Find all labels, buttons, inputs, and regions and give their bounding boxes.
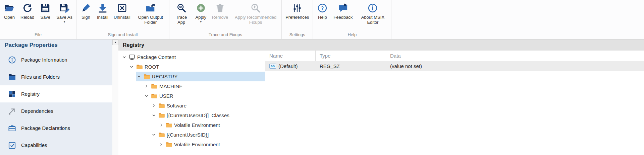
open-button-label: Open — [4, 15, 15, 20]
sidebar-scrollbar: ▲ — [112, 40, 118, 155]
open-output-folder-button-label: Open Output Folder — [136, 15, 165, 25]
package-information-icon — [8, 56, 16, 64]
preferences-icon — [292, 3, 302, 13]
folder-icon — [158, 112, 165, 119]
apply-icon — [196, 3, 206, 13]
registry-value-row-default[interactable]: ab (Default) REG_SZ (value not set) — [265, 61, 644, 71]
trace-app-button-label: Trace App — [173, 15, 190, 25]
sidebar-item-label: Package Information — [21, 57, 67, 63]
value-data: (value not set) — [386, 61, 644, 71]
apply-button[interactable]: Apply ▾ — [193, 1, 209, 32]
sidebar-item-package-information[interactable]: Package Information — [0, 51, 112, 68]
sign-button-label: Sign — [82, 15, 90, 20]
chevron-down-icon[interactable] — [151, 113, 156, 118]
uninstall-icon — [117, 3, 127, 13]
sidebar-item-files-and-folders[interactable]: Files and Folders — [0, 68, 112, 85]
sidebar-item-package-declarations[interactable]: Package Declarations — [0, 120, 112, 137]
help-button-label: Help — [318, 15, 327, 20]
folder-icon — [158, 102, 165, 109]
computer-icon — [129, 54, 135, 60]
tree-item-currentusersid[interactable]: [{CurrentUserSID}] — [118, 130, 265, 140]
install-button-label: Install — [97, 15, 108, 20]
reload-button-label: Reload — [20, 15, 34, 20]
sidebar-item-dependencies[interactable]: Dependencies — [0, 102, 112, 120]
feedback-icon — [338, 3, 348, 13]
chevron-right-icon[interactable] — [144, 84, 149, 89]
package-properties-sidebar: Package Properties Package Information F… — [0, 40, 112, 155]
sidebar-item-label: Package Declarations — [21, 125, 70, 131]
help-button[interactable]: ? Help — [314, 1, 331, 32]
capabilities-icon — [8, 141, 16, 149]
chevron-right-icon[interactable] — [159, 142, 164, 147]
sidebar-item-label: Capabilities — [21, 142, 47, 148]
ribbon-group-label-help: Help — [313, 32, 391, 39]
chevron-right-icon[interactable] — [159, 123, 164, 128]
tree-item-volatile-environment-1[interactable]: Volatile Environment — [118, 120, 265, 130]
apply-recommended-fixups-button-label: Apply Recommended Fixups — [233, 15, 278, 25]
ribbon-group-trace-and-fixups: Trace App Apply ▾ Remove — [169, 0, 282, 39]
install-icon — [98, 3, 108, 13]
chevron-down-icon[interactable] — [137, 74, 142, 79]
tree-item-volatile-environment-2[interactable]: Volatile Environment — [118, 140, 265, 149]
preferences-button-label: Preferences — [285, 15, 309, 20]
save-as-button[interactable]: Save As ▾ — [54, 1, 75, 32]
panel-title: Registry — [118, 40, 644, 51]
preferences-button[interactable]: Preferences — [283, 1, 312, 32]
tree-item-currentusersid-classes[interactable]: [{CurrentUserSID}]_Classes — [118, 110, 265, 120]
trace-app-button[interactable]: Trace App — [170, 1, 193, 32]
value-name: (Default) — [278, 63, 298, 69]
remove-button-label: Remove — [212, 15, 228, 20]
column-header-name[interactable]: Name — [265, 51, 316, 61]
sidebar-item-label: Files and Folders — [21, 74, 60, 80]
apply-recommended-fixups-button: Apply Recommended Fixups — [231, 1, 280, 32]
reload-button[interactable]: Reload — [18, 1, 37, 32]
chevron-down-icon[interactable] — [151, 132, 156, 137]
trace-app-icon — [176, 3, 186, 13]
chevron-down-icon[interactable] — [144, 93, 149, 98]
feedback-button[interactable]: Feedback — [331, 1, 355, 32]
column-header-type[interactable]: Type — [316, 51, 386, 61]
registry-panel: Registry Package Content — [118, 40, 644, 155]
about-msix-editor-icon — [368, 3, 378, 13]
package-declarations-icon — [8, 124, 16, 132]
tree-item-package-content[interactable]: Package Content — [118, 52, 265, 62]
ribbon-group-label-sign-and-install: Sign and Install — [76, 32, 169, 39]
chevron-down-icon[interactable]: ▾ — [200, 20, 202, 23]
apply-button-label: Apply — [196, 15, 207, 20]
open-button[interactable]: Open — [1, 1, 18, 32]
ribbon-group-file: Open Reload Save — [0, 0, 76, 39]
tree-item-machine[interactable]: MACHINE — [118, 81, 265, 91]
chevron-down-icon[interactable]: ▾ — [64, 20, 65, 23]
sidebar-item-registry[interactable]: Registry — [0, 85, 112, 102]
open-icon — [4, 3, 14, 13]
files-and-folders-icon — [8, 73, 16, 81]
tree-item-root[interactable]: ROOT — [118, 62, 265, 72]
chevron-right-icon[interactable] — [151, 103, 156, 108]
sidebar-item-capabilities[interactable]: Capabilities — [0, 137, 112, 154]
folder-icon — [144, 73, 150, 80]
tree-item-user[interactable]: USER — [118, 91, 265, 101]
column-header-data[interactable]: Data — [386, 51, 644, 61]
about-msix-editor-button-label: About MSIX Editor — [358, 15, 387, 25]
tree-item-software[interactable]: Software — [118, 101, 265, 110]
table-header: Name Type Data — [265, 51, 644, 61]
ribbon-group-help: ? Help Feedback About MSIX Editor — [313, 0, 391, 39]
svg-text:?: ? — [321, 5, 324, 11]
uninstall-button[interactable]: Uninstall — [111, 1, 133, 32]
save-button[interactable]: Save — [37, 1, 54, 32]
apply-recommended-fixups-icon — [251, 3, 261, 13]
chevron-down-icon[interactable] — [122, 55, 127, 60]
help-icon: ? — [317, 3, 327, 13]
sidebar-title: Package Properties — [0, 40, 112, 51]
registry-icon — [8, 90, 16, 98]
open-output-folder-button[interactable]: Open Output Folder — [133, 1, 168, 32]
scroll-up-button[interactable]: ▲ — [112, 40, 118, 45]
uninstall-button-label: Uninstall — [114, 15, 130, 20]
about-msix-editor-button[interactable]: About MSIX Editor — [355, 1, 390, 32]
sign-button[interactable]: Sign — [77, 1, 94, 32]
dependencies-icon — [8, 107, 16, 115]
feedback-button-label: Feedback — [333, 15, 353, 20]
chevron-down-icon[interactable] — [129, 64, 134, 69]
install-button[interactable]: Install — [94, 1, 111, 32]
tree-item-registry[interactable]: REGISTRY — [118, 72, 265, 81]
